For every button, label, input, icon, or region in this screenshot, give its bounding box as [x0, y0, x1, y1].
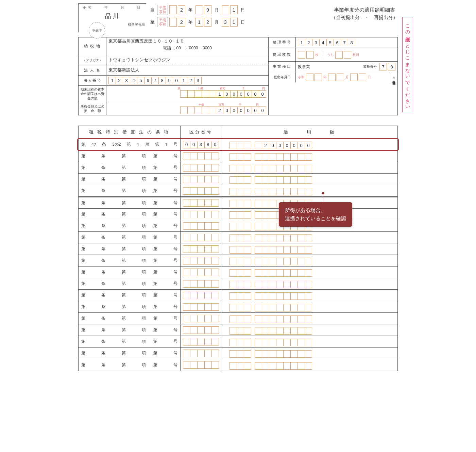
digit-cell[interactable]: [262, 316, 269, 323]
digit-cell[interactable]: [283, 339, 291, 346]
digit-cell[interactable]: 9: [204, 5, 211, 14]
digit-cell[interactable]: [283, 176, 291, 184]
digit-cell[interactable]: [262, 223, 269, 230]
digit-cell[interactable]: [262, 211, 269, 219]
digit-cell[interactable]: 6: [334, 39, 341, 46]
digit-cell[interactable]: [290, 246, 298, 254]
digit-cell[interactable]: [197, 199, 205, 207]
digit-cell[interactable]: [262, 269, 269, 277]
digit-cell[interactable]: [298, 176, 305, 184]
digit-cell[interactable]: [255, 350, 262, 358]
digit-cell[interactable]: [190, 222, 198, 230]
digit-cell[interactable]: [269, 176, 276, 184]
digit-cell[interactable]: [298, 269, 305, 277]
digit-cell[interactable]: [180, 107, 188, 114]
digit-cell[interactable]: [204, 315, 212, 322]
digit-cell[interactable]: [211, 199, 219, 207]
digit-cell[interactable]: [197, 152, 205, 160]
digit-cell[interactable]: 0: [190, 141, 198, 148]
digit-cell[interactable]: [255, 362, 262, 370]
digit-cell[interactable]: [262, 188, 269, 195]
digit-cell[interactable]: 0: [211, 141, 219, 148]
digit-cell[interactable]: [230, 142, 237, 149]
digit-cell[interactable]: [305, 153, 312, 161]
digit-cell[interactable]: [204, 269, 212, 276]
digit-cell[interactable]: [255, 188, 262, 195]
digit-cell[interactable]: [204, 350, 212, 357]
digit-cell[interactable]: [244, 304, 251, 311]
digit-cell[interactable]: 0: [259, 90, 266, 98]
digit-cell[interactable]: [190, 211, 198, 218]
digit-cell[interactable]: [204, 303, 212, 311]
digit-cell[interactable]: [190, 269, 198, 276]
digit-cell[interactable]: [305, 292, 312, 300]
digit-cell[interactable]: [183, 361, 190, 369]
digit-cell[interactable]: [204, 257, 212, 264]
digit-cell[interactable]: [269, 258, 276, 265]
digit-cell[interactable]: [237, 258, 244, 265]
digit-cell[interactable]: [269, 339, 276, 346]
digit-cell[interactable]: [283, 327, 291, 335]
digit-cell[interactable]: [197, 315, 205, 322]
digit-cell[interactable]: 0: [223, 107, 231, 114]
digit-cell[interactable]: [244, 188, 251, 195]
digit-cell[interactable]: [244, 362, 251, 370]
digit-cell[interactable]: [298, 153, 305, 161]
digit-cell[interactable]: [269, 350, 276, 358]
digit-cell[interactable]: [197, 292, 205, 299]
digit-cell[interactable]: [255, 165, 262, 172]
digit-cell[interactable]: [230, 258, 237, 265]
digit-cell[interactable]: 0: [269, 142, 276, 149]
digit-cell[interactable]: 8: [388, 63, 395, 70]
digit-cell[interactable]: [255, 211, 262, 219]
digit-cell[interactable]: [230, 362, 237, 370]
digit-cell[interactable]: [305, 362, 312, 370]
digit-cell[interactable]: [183, 187, 190, 195]
digit-cell[interactable]: [183, 257, 190, 264]
digit-cell[interactable]: [298, 304, 305, 311]
digit-cell[interactable]: [255, 316, 262, 323]
digit-cell[interactable]: [244, 223, 251, 230]
digit-cell[interactable]: [276, 362, 284, 370]
digit-cell[interactable]: [190, 245, 198, 253]
digit-cell[interactable]: [298, 258, 305, 265]
digit-cell[interactable]: [290, 153, 298, 161]
digit-cell[interactable]: [237, 316, 244, 323]
digit-cell[interactable]: [276, 327, 284, 335]
digit-cell[interactable]: [344, 51, 351, 59]
digit-cell[interactable]: [237, 292, 244, 300]
digit-cell[interactable]: [305, 176, 312, 184]
digit-cell[interactable]: [190, 257, 198, 264]
digit-cell[interactable]: [237, 327, 244, 335]
digit-cell[interactable]: [197, 176, 205, 183]
digit-cell[interactable]: 1: [196, 18, 203, 27]
digit-cell[interactable]: [298, 281, 305, 288]
digit-cell[interactable]: 8: [204, 141, 212, 148]
digit-cell[interactable]: [180, 90, 188, 98]
digit-cell[interactable]: [290, 316, 298, 323]
digit-cell[interactable]: [283, 269, 291, 277]
digit-cell[interactable]: [183, 245, 190, 253]
digit-cell[interactable]: [197, 222, 205, 230]
digit-cell[interactable]: [305, 281, 312, 288]
digit-cell[interactable]: [183, 292, 190, 299]
digit-cell[interactable]: [305, 316, 312, 323]
digit-cell[interactable]: [211, 292, 219, 299]
digit-cell[interactable]: [209, 107, 216, 114]
digit-cell[interactable]: [183, 222, 190, 230]
digit-cell[interactable]: [276, 153, 284, 161]
digit-cell[interactable]: [283, 350, 291, 358]
digit-cell[interactable]: [230, 188, 237, 195]
digit-cell[interactable]: [269, 223, 276, 230]
digit-cell[interactable]: [255, 304, 262, 311]
digit-cell[interactable]: [269, 292, 276, 300]
digit-cell[interactable]: [209, 90, 216, 98]
digit-cell[interactable]: [298, 316, 305, 323]
digit-cell[interactable]: [276, 176, 284, 184]
digit-cell[interactable]: [290, 176, 298, 184]
digit-cell[interactable]: [230, 350, 237, 358]
digit-cell[interactable]: [202, 90, 209, 98]
digit-cell[interactable]: [197, 269, 205, 276]
digit-cell[interactable]: 0: [244, 90, 252, 98]
digit-cell[interactable]: [305, 246, 312, 254]
